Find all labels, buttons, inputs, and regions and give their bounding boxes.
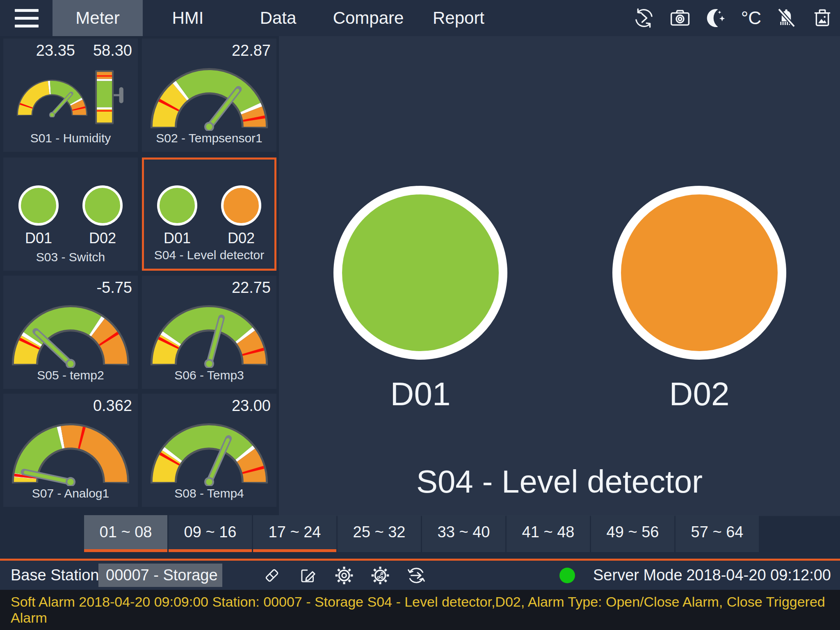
meter-label: S06 - Temp3 <box>142 368 276 389</box>
meter-tile-s08[interactable]: 23.00 S08 - Temp4 <box>142 394 276 507</box>
status-toolbar <box>262 561 427 590</box>
meter-value: 23.00 <box>232 397 271 418</box>
indicator-label: D01 <box>333 375 507 413</box>
meter-tile-s05[interactable]: -5.75 S05 - temp2 <box>3 276 138 389</box>
meter-value: 0.362 <box>93 397 132 418</box>
slider-widget <box>95 70 126 124</box>
meter-values: 22.75 <box>142 276 276 300</box>
toolbar-icons: °C <box>633 0 833 36</box>
alarm-banner[interactable]: Soft Alarm 2018-04-20 09:09:00 Station: … <box>0 590 840 630</box>
status-circle <box>18 185 59 226</box>
hmi-application: Meter HMI Data Compare Report °C <box>0 0 840 630</box>
meter-label: S08 - Temp4 <box>142 486 276 507</box>
tab-meter[interactable]: Meter <box>52 0 143 36</box>
meter-value: 22.75 <box>232 279 271 300</box>
meter-tile-s02[interactable]: 22.87 S02 - Tempsensor1 <box>142 39 276 152</box>
page-tab-41-48[interactable]: 41 ~ 48 <box>507 515 590 552</box>
meter-page-tabs: 01 ~ 08 09 ~ 16 17 ~ 24 25 ~ 32 33 ~ 40 … <box>84 515 759 552</box>
meter-value: 23.35 <box>36 42 75 63</box>
meter-values: 22.87 <box>142 39 276 63</box>
page-tab-09-16[interactable]: 09 ~ 16 <box>169 515 252 552</box>
edit-icon[interactable] <box>298 565 318 586</box>
gauge-widget <box>148 301 270 368</box>
meter-label: S01 - Humidity <box>3 131 138 152</box>
tab-data[interactable]: Data <box>233 0 323 36</box>
page-tab-17-24[interactable]: 17 ~ 24 <box>253 515 336 552</box>
indicator-label: D02 <box>228 230 255 247</box>
status-circle <box>157 185 197 226</box>
meter-values: 23.00 <box>142 394 276 418</box>
gauge-widget <box>16 77 89 117</box>
sync-icon[interactable] <box>633 7 655 29</box>
status-bar: Base Station 00007 - Storage <box>0 559 840 590</box>
delete-image-icon[interactable] <box>811 7 833 29</box>
meter-values: 0.362 <box>3 394 138 418</box>
tab-report[interactable]: Report <box>413 0 504 36</box>
meter-values: -5.75 <box>3 276 138 300</box>
station-select[interactable]: 00007 - Storage <box>98 564 222 587</box>
meter-tile-s06[interactable]: 22.75 S06 - Temp3 <box>142 276 276 389</box>
clock: 2018-04-20 09:12:00 <box>686 561 831 590</box>
status-circle <box>221 185 261 226</box>
indicator-label: D02 <box>612 375 786 413</box>
temperature-unit-icon[interactable]: °C <box>741 7 761 29</box>
meter-value: 58.30 <box>93 42 132 63</box>
meter-tile-s03[interactable]: D01 D02 S03 - Switch <box>3 158 138 271</box>
indicator-d01: D01 <box>18 185 59 247</box>
alarm-mute-icon[interactable] <box>775 7 797 29</box>
settings-gear-icon[interactable] <box>334 565 354 586</box>
meter-values: 23.35 58.30 <box>3 39 138 63</box>
camera-icon[interactable] <box>669 7 691 29</box>
meter-tile-s07[interactable]: 0.362 S07 - Analog1 <box>3 394 138 507</box>
alarm-message: Soft Alarm 2018-04-20 09:09:00 Station: … <box>11 594 840 626</box>
page-tab-01-08[interactable]: 01 ~ 08 <box>84 515 167 552</box>
network-gear-icon[interactable] <box>370 565 390 586</box>
night-mode-icon[interactable] <box>705 7 727 29</box>
page-tab-49-56[interactable]: 49 ~ 56 <box>591 515 674 552</box>
meter-label: S07 - Analog1 <box>3 486 138 507</box>
gauge-widget <box>148 419 270 486</box>
menu-icon[interactable] <box>15 9 39 27</box>
meter-tile-s01[interactable]: 23.35 58.30 S01 - Humidity <box>3 39 138 152</box>
data-transfer-icon[interactable] <box>406 565 427 586</box>
indicator-label: D02 <box>89 230 116 247</box>
gauge-widget <box>10 419 131 486</box>
top-navigation-bar: Meter HMI Data Compare Report °C <box>0 0 840 36</box>
status-circle-large <box>333 186 507 360</box>
indicator-d02: D02 <box>82 185 123 247</box>
indicator-label: D01 <box>164 230 191 247</box>
detail-title: S04 - Level detector <box>279 463 840 500</box>
meter-label: S03 - Switch <box>3 250 138 271</box>
base-station-label: Base Station <box>11 561 99 590</box>
meter-tile-s04-selected[interactable]: D01 D02 S04 - Level detector <box>142 158 276 271</box>
gauge-widget <box>148 64 270 131</box>
meter-value: 22.87 <box>232 42 271 63</box>
indicator-d02: D02 <box>221 185 261 247</box>
meter-value: -5.75 <box>96 279 132 300</box>
meter-label: S05 - temp2 <box>3 368 138 389</box>
indicator-label: D01 <box>25 230 52 247</box>
status-circle <box>82 185 123 226</box>
page-tab-57-64[interactable]: 57 ~ 64 <box>676 515 759 552</box>
status-circle-large <box>612 186 786 360</box>
page-tab-25-32[interactable]: 25 ~ 32 <box>338 515 421 552</box>
server-status-indicator <box>559 568 575 583</box>
meter-label: S02 - Tempsensor1 <box>142 131 276 152</box>
gauge-widget <box>10 301 131 368</box>
indicator-d01: D01 <box>157 185 197 247</box>
nav-tabs: Meter HMI Data Compare Report <box>52 0 504 36</box>
tab-compare[interactable]: Compare <box>323 0 413 36</box>
eraser-icon[interactable] <box>262 565 282 586</box>
tab-hmi[interactable]: HMI <box>143 0 233 36</box>
detail-indicator-d01: D01 <box>333 186 507 413</box>
detail-indicator-d02: D02 <box>612 186 786 413</box>
page-tab-33-40[interactable]: 33 ~ 40 <box>422 515 505 552</box>
server-mode-label: Server Mode <box>593 561 682 590</box>
meter-label: S04 - Level detector <box>144 248 274 269</box>
